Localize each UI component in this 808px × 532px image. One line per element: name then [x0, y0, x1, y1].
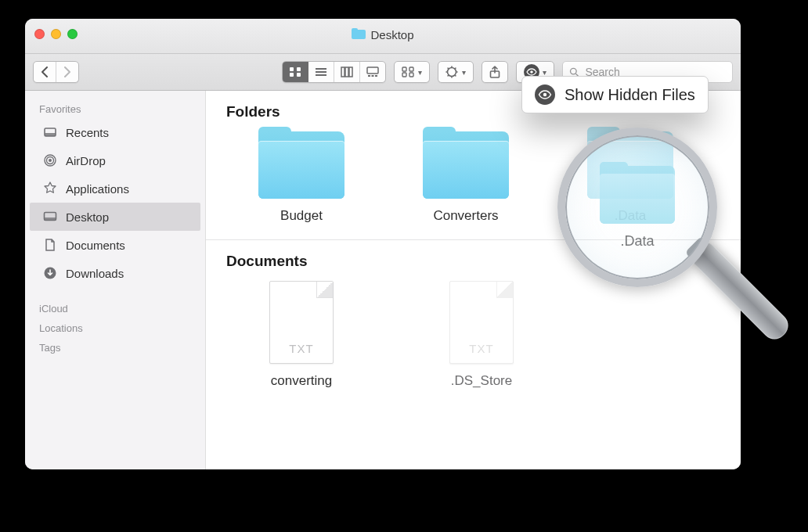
- svg-rect-5: [316, 71, 326, 73]
- folder-icon: [352, 28, 366, 39]
- svg-point-24: [49, 159, 52, 162]
- sidebar-item-recents[interactable]: Recents: [25, 118, 205, 146]
- file-converting[interactable]: TXT converting: [247, 281, 356, 389]
- eye-icon: [535, 84, 555, 105]
- desktop-icon: [42, 209, 58, 225]
- file-label: .Data: [615, 208, 647, 224]
- sidebar-section-tags[interactable]: Tags: [25, 337, 205, 357]
- svg-rect-28: [45, 217, 56, 221]
- popover-label: Show Hidden Files: [565, 86, 695, 104]
- sidebar-section-icloud[interactable]: iCloud: [25, 298, 205, 318]
- svg-rect-9: [349, 67, 352, 77]
- group-documents: Documents TXT converting TXT .DS_Store: [206, 240, 741, 404]
- sidebar-label: Desktop: [66, 210, 109, 224]
- airdrop-icon: [42, 153, 58, 168]
- document-icon: TXT: [449, 281, 514, 364]
- applications-icon: [42, 181, 58, 196]
- svg-rect-8: [345, 67, 348, 77]
- sidebar-item-downloads[interactable]: Downloads: [25, 259, 205, 287]
- file-label: .DS_Store: [451, 373, 512, 389]
- sidebar-label: Downloads: [66, 267, 124, 280]
- svg-rect-12: [372, 75, 374, 77]
- sidebar-section-locations[interactable]: Locations: [25, 318, 205, 337]
- svg-point-21: [571, 68, 577, 74]
- file-ext: TXT: [450, 342, 513, 355]
- folder-icon: [258, 131, 344, 199]
- file-ext: TXT: [270, 342, 333, 355]
- folders-grid: Budget Converters .Data: [225, 131, 722, 224]
- sidebar-item-desktop[interactable]: Desktop: [30, 203, 200, 231]
- sidebar-label: Applications: [66, 182, 129, 196]
- svg-rect-16: [402, 73, 406, 77]
- chevron-down-icon: ▾: [418, 68, 422, 77]
- sidebar-label: Recents: [66, 126, 109, 139]
- window-title-label: Desktop: [370, 28, 413, 41]
- share-button[interactable]: [482, 61, 508, 83]
- sidebar-item-documents[interactable]: Documents: [25, 231, 205, 259]
- svg-rect-13: [375, 75, 377, 77]
- show-hidden-popover[interactable]: Show Hidden Files: [521, 76, 709, 113]
- list-view-button[interactable]: [308, 62, 334, 82]
- group-title: Documents: [226, 253, 722, 270]
- folder-icon: [423, 131, 509, 199]
- svg-point-30: [543, 93, 546, 96]
- minimize-button[interactable]: [51, 29, 61, 39]
- window-body: Favorites Recents AirDrop Applications: [25, 91, 741, 469]
- file-label: Converters: [433, 208, 498, 224]
- svg-rect-0: [290, 67, 294, 71]
- file-label: Budget: [280, 208, 323, 224]
- folder-data[interactable]: .Data: [575, 131, 685, 224]
- svg-rect-2: [290, 73, 294, 77]
- zoom-button[interactable]: [67, 29, 78, 39]
- svg-rect-10: [367, 67, 378, 74]
- recents-icon: [42, 124, 58, 140]
- svg-rect-3: [297, 73, 301, 77]
- chevron-down-icon: ▾: [543, 68, 546, 77]
- close-button[interactable]: [34, 29, 45, 39]
- documents-grid: TXT converting TXT .DS_Store: [225, 281, 722, 389]
- folder-budget[interactable]: Budget: [247, 131, 356, 224]
- svg-point-20: [530, 70, 533, 74]
- sidebar-label: Documents: [66, 239, 125, 252]
- content-area: Folders Budget Converters: [206, 91, 741, 469]
- view-mode-switcher: [282, 61, 386, 83]
- titlebar: Desktop: [25, 19, 741, 54]
- svg-rect-1: [297, 67, 301, 71]
- group-by-button[interactable]: ▾: [394, 61, 430, 83]
- gallery-view-button[interactable]: [360, 62, 385, 82]
- sidebar-label: AirDrop: [66, 154, 106, 167]
- file-ds-store[interactable]: TXT .DS_Store: [427, 281, 536, 389]
- column-view-button[interactable]: [334, 62, 360, 82]
- svg-rect-7: [341, 67, 344, 77]
- svg-rect-15: [409, 67, 413, 71]
- sidebar: Favorites Recents AirDrop Applications: [25, 91, 206, 469]
- window-title: Desktop: [25, 28, 741, 41]
- svg-rect-17: [409, 73, 413, 77]
- icon-view-button[interactable]: [283, 62, 308, 82]
- file-label: converting: [271, 373, 332, 389]
- nav-back-forward: [33, 61, 79, 83]
- sidebar-section-favorites: Favorites: [25, 99, 205, 118]
- window-controls: [34, 29, 78, 39]
- downloads-icon: [42, 265, 58, 281]
- folder-converters[interactable]: Converters: [411, 131, 521, 224]
- documents-icon: [42, 237, 58, 253]
- sidebar-item-airdrop[interactable]: AirDrop: [25, 146, 205, 174]
- svg-rect-23: [45, 133, 56, 136]
- folder-icon: [587, 131, 673, 199]
- document-icon: TXT: [269, 281, 334, 364]
- svg-rect-11: [368, 75, 370, 77]
- svg-rect-6: [316, 74, 326, 76]
- forward-button[interactable]: [56, 62, 78, 82]
- svg-rect-14: [402, 67, 406, 71]
- svg-rect-4: [316, 68, 326, 70]
- chevron-down-icon: ▾: [462, 68, 466, 77]
- action-menu-button[interactable]: ▾: [438, 61, 474, 83]
- back-button[interactable]: [34, 62, 56, 82]
- sidebar-item-applications[interactable]: Applications: [25, 174, 205, 203]
